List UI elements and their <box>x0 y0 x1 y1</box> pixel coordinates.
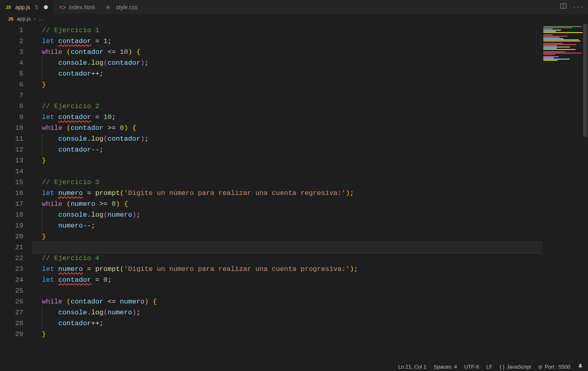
status-spaces[interactable]: Spaces: 4 <box>434 364 457 370</box>
minimap-line <box>543 54 555 55</box>
code-line[interactable]: contador++; <box>33 318 542 329</box>
line-number: 16 <box>0 188 23 199</box>
tab-label: index.html <box>69 4 95 10</box>
editor-tabs: JSapp.js5<>index.html#style.css··· <box>0 0 588 14</box>
status-notifications[interactable] <box>578 363 583 370</box>
minimap-line <box>543 32 583 33</box>
line-number: 2 <box>0 36 23 47</box>
line-number: 20 <box>0 231 23 242</box>
bell-icon <box>578 363 583 370</box>
minimap-line <box>543 72 587 73</box>
line-number: 25 <box>0 285 23 296</box>
minimap-line <box>543 48 557 49</box>
js-file-icon: JS <box>6 5 12 10</box>
minimap-line <box>543 37 559 38</box>
line-number: 27 <box>0 307 23 318</box>
tab-label: app.js <box>15 4 30 10</box>
minimap-line <box>543 77 587 78</box>
minimap-line <box>543 33 587 34</box>
code-line[interactable]: while (contador <= 10) { <box>33 47 542 57</box>
minimap-line <box>543 43 563 44</box>
minimap-line <box>543 78 587 79</box>
minimap-line <box>543 53 582 53</box>
code-line[interactable]: // Ejercicio 2 <box>33 101 542 112</box>
tab-style-css[interactable]: #style.css <box>101 0 144 14</box>
minimap-line <box>543 50 587 51</box>
status-bar: Ln 21, Col 1 Spaces: 4 UTF-8 LF { } Java… <box>0 362 588 371</box>
code-line[interactable]: } <box>33 329 542 340</box>
breadcrumb[interactable]: JS app.js › ... <box>0 14 588 23</box>
scrollbar-thumb[interactable] <box>583 24 587 137</box>
minimap-line <box>543 66 587 67</box>
minimap-line <box>543 30 561 31</box>
code-line[interactable]: let contador = 10; <box>33 112 542 123</box>
minimap-line <box>543 65 587 66</box>
status-eol[interactable]: LF <box>486 364 492 370</box>
code-line[interactable]: while (numero >= 0) { <box>33 199 542 209</box>
line-number: 18 <box>0 209 23 220</box>
code-line[interactable]: // Ejercicio 1 <box>33 25 542 36</box>
code-line[interactable]: contador++; <box>33 68 542 79</box>
css-file-icon: # <box>106 4 113 10</box>
minimap-line <box>543 36 567 37</box>
code-line[interactable]: while (contador <= numero) { <box>33 296 542 307</box>
vertical-scrollbar[interactable] <box>582 24 588 362</box>
tab-app-js[interactable]: JSapp.js5 <box>0 0 54 14</box>
minimap-line <box>543 56 559 57</box>
line-number: 8 <box>0 101 23 112</box>
code-line[interactable]: let numero = prompt('Digite un numero pa… <box>33 264 542 275</box>
code-line[interactable]: let numero = prompt('Digite un número pa… <box>33 188 542 199</box>
code-line[interactable]: // Ejercicio 3 <box>33 177 542 188</box>
code-line[interactable]: console.log(numero); <box>33 209 542 220</box>
code-line[interactable]: let contador = 1; <box>33 36 542 47</box>
code-line[interactable] <box>33 166 542 177</box>
minimap-line <box>543 29 553 29</box>
line-number: 22 <box>0 253 23 264</box>
code-area[interactable]: // Ejercicio 1let contador = 1;while (co… <box>33 23 542 361</box>
code-line[interactable]: let contador = 0; <box>33 275 542 285</box>
minimap-line <box>543 45 557 46</box>
minimap-line <box>543 57 554 58</box>
status-encoding[interactable]: UTF-8 <box>464 364 479 370</box>
code-line[interactable]: } <box>33 79 542 90</box>
minimap-line <box>543 64 587 64</box>
code-line[interactable]: // Ejercicio 4 <box>33 253 542 264</box>
tab-label: style.css <box>116 4 138 10</box>
code-line[interactable]: contador--; <box>33 144 542 155</box>
code-line[interactable]: while (contador >= 0) { <box>33 123 542 133</box>
line-number: 10 <box>0 123 23 133</box>
line-number: 3 <box>0 47 23 57</box>
line-number: 19 <box>0 220 23 231</box>
js-file-icon: JS <box>8 16 13 21</box>
more-actions-icon[interactable]: ··· <box>572 4 584 11</box>
code-line[interactable]: numero--; <box>33 220 542 231</box>
code-line[interactable] <box>33 285 542 296</box>
minimap-line <box>543 47 570 47</box>
status-ln-col[interactable]: Ln 21, Col 1 <box>398 364 426 370</box>
minimap-line <box>543 67 587 68</box>
code-line[interactable]: console.log(contador); <box>33 57 542 68</box>
split-editor-icon[interactable] <box>560 3 567 11</box>
line-number: 24 <box>0 275 23 285</box>
minimap-line <box>543 38 563 39</box>
editor[interactable]: 1234567891011121314151617181920212223242… <box>0 23 588 361</box>
code-line[interactable] <box>33 242 542 253</box>
code-line[interactable] <box>33 90 542 101</box>
minimap-line <box>543 26 582 27</box>
code-line[interactable]: } <box>33 155 542 166</box>
line-number: 11 <box>0 133 23 144</box>
minimap-line <box>543 74 587 75</box>
line-number: 9 <box>0 112 23 123</box>
line-number: 17 <box>0 199 23 209</box>
code-line[interactable]: } <box>33 231 542 242</box>
tab-index-html[interactable]: <>index.html <box>54 0 101 14</box>
line-number: 1 <box>0 25 23 36</box>
status-language[interactable]: { } JavaScript <box>499 364 531 370</box>
code-line[interactable]: console.log(numero); <box>33 307 542 318</box>
minimap[interactable] <box>542 23 588 361</box>
minimap-line <box>543 42 587 43</box>
minimap-line <box>543 51 565 52</box>
code-line[interactable]: console.log(contador); <box>33 133 542 144</box>
breadcrumb-rest: ... <box>39 16 43 22</box>
status-port[interactable]: ⊘ Port : 5500 <box>538 364 570 370</box>
